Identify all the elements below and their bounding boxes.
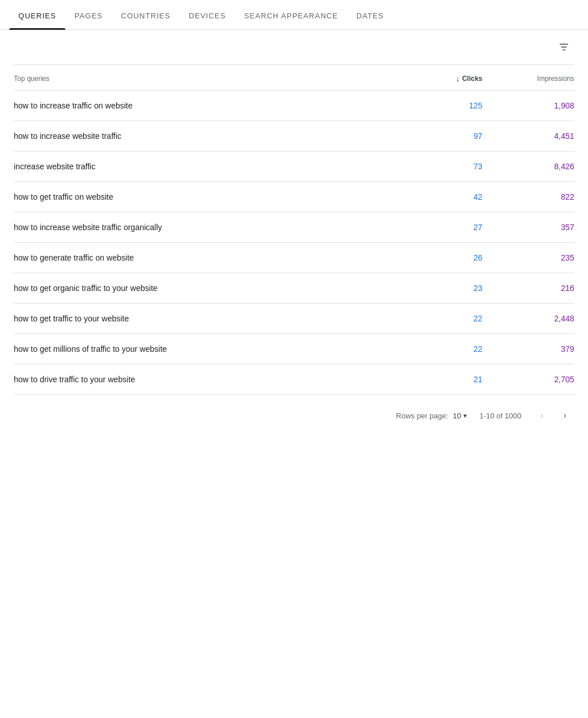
rows-per-page-value: 10 — [453, 412, 461, 420]
column-header-impressions[interactable]: Impressions — [482, 75, 574, 83]
row-impressions: 235 — [482, 253, 574, 262]
tab-countries[interactable]: COUNTRIES — [112, 0, 180, 29]
row-query: how to increase website traffic organica… — [14, 223, 390, 232]
table-row: how to increase traffic on website1251,9… — [14, 91, 574, 121]
rows-per-page-label: Rows per page: — [396, 412, 448, 420]
chevron-down-icon: ▼ — [462, 413, 468, 419]
tab-search-appearance[interactable]: SEARCH APPEARANCE — [235, 0, 347, 29]
table-rows-container: how to increase traffic on website1251,9… — [14, 91, 574, 395]
tab-pages[interactable]: PAGES — [65, 0, 112, 29]
tab-dates[interactable]: DATES — [347, 0, 393, 29]
row-clicks: 21 — [390, 375, 482, 384]
table-row: how to drive traffic to your website212,… — [14, 364, 574, 395]
row-clicks: 23 — [390, 284, 482, 293]
next-page-button[interactable]: › — [556, 406, 574, 425]
table-row: how to increase website traffic organica… — [14, 212, 574, 243]
rows-per-page-select[interactable]: 10 ▼ — [453, 412, 468, 420]
toolbar — [0, 30, 588, 64]
row-query: how to get traffic on website — [14, 192, 390, 201]
row-impressions: 1,908 — [482, 101, 574, 110]
pagination: Rows per page: 10 ▼ 1-10 of 1000 ‹ › — [0, 395, 588, 436]
row-query: how to increase website traffic — [14, 131, 390, 141]
row-impressions: 379 — [482, 344, 574, 354]
row-clicks: 42 — [390, 192, 482, 201]
table-row: how to get traffic to your website222,44… — [14, 304, 574, 334]
table-row: how to get organic traffic to your websi… — [14, 273, 574, 304]
row-clicks: 97 — [390, 131, 482, 141]
table-row: increase website traffic738,426 — [14, 152, 574, 182]
row-query: how to get organic traffic to your websi… — [14, 284, 390, 293]
column-header-query: Top queries — [14, 75, 390, 83]
row-impressions: 2,705 — [482, 375, 574, 384]
data-table: Top queries ↓ Clicks Impressions how to … — [0, 65, 588, 395]
row-impressions: 216 — [482, 284, 574, 293]
row-query: how to get millions of traffic to your w… — [14, 344, 390, 354]
row-impressions: 822 — [482, 192, 574, 201]
pagination-nav-buttons: ‹ › — [533, 406, 574, 425]
tab-devices[interactable]: DEVICES — [180, 0, 235, 29]
row-clicks: 73 — [390, 162, 482, 171]
row-query: increase website traffic — [14, 162, 390, 171]
table-row: how to get traffic on website42822 — [14, 182, 574, 212]
sort-arrow-icon: ↓ — [456, 74, 460, 83]
row-clicks: 22 — [390, 314, 482, 323]
row-impressions: 2,448 — [482, 314, 574, 323]
prev-page-button[interactable]: ‹ — [533, 406, 551, 425]
row-impressions: 357 — [482, 223, 574, 232]
column-header-clicks[interactable]: ↓ Clicks — [390, 74, 482, 83]
row-query: how to get traffic to your website — [14, 314, 390, 323]
row-clicks: 22 — [390, 344, 482, 354]
row-query: how to generate traffic on website — [14, 253, 390, 262]
clicks-label: Clicks — [462, 75, 482, 83]
page-info: 1-10 of 1000 — [479, 412, 521, 420]
rows-per-page-section: Rows per page: 10 ▼ — [396, 412, 468, 420]
row-query: how to increase traffic on website — [14, 101, 390, 110]
table-row: how to increase website traffic974,451 — [14, 121, 574, 152]
row-clicks: 27 — [390, 223, 482, 232]
row-query: how to drive traffic to your website — [14, 375, 390, 384]
row-impressions: 8,426 — [482, 162, 574, 171]
row-clicks: 26 — [390, 253, 482, 262]
tabs-nav: QUERIESPAGESCOUNTRIESDEVICESSEARCH APPEA… — [0, 0, 588, 30]
table-header: Top queries ↓ Clicks Impressions — [14, 65, 574, 91]
row-impressions: 4,451 — [482, 131, 574, 141]
table-row: how to generate traffic on website26235 — [14, 243, 574, 273]
table-row: how to get millions of traffic to your w… — [14, 334, 574, 364]
row-clicks: 125 — [390, 101, 482, 110]
filter-button[interactable] — [554, 37, 574, 57]
tab-queries[interactable]: QUERIES — [9, 0, 65, 29]
